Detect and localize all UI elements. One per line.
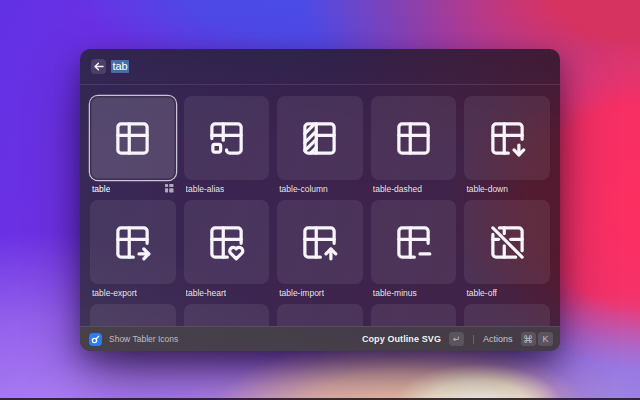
tile-table-minus[interactable] [371, 200, 457, 284]
caption: table-heart [184, 284, 270, 304]
icon-name-label: table-dashed [373, 184, 422, 194]
icon-name-label: table-minus [373, 288, 417, 298]
table-alias-icon [207, 119, 246, 158]
table-dashed-icon [394, 119, 433, 158]
table-import-icon [300, 223, 339, 262]
caption: table-column [277, 180, 363, 200]
tile-table-alias[interactable] [184, 96, 270, 180]
grid-item-partial[interactable] [277, 304, 363, 326]
tile-table-off[interactable] [464, 200, 550, 284]
command-title: Show Tabler Icons [109, 334, 178, 344]
table-export-icon [113, 223, 152, 262]
grid-item-table-export[interactable]: table-export [90, 200, 176, 304]
actions-menu-button[interactable]: Actions [483, 334, 513, 344]
table-off-icon [488, 223, 527, 262]
primary-action-button[interactable]: Copy Outline SVG [362, 334, 441, 344]
tile-partial[interactable] [371, 304, 457, 326]
grid-item-table-minus[interactable]: table-minus [371, 200, 457, 304]
action-bar-right: Copy Outline SVG ↵ Actions ⌘ K [362, 332, 553, 346]
grid-item-table-down[interactable]: table-down [464, 96, 550, 200]
icon-grid: tabletable-aliastable-columntable-dashed… [80, 85, 560, 326]
mini-table-filled-icon [165, 184, 174, 193]
grid-item-partial[interactable] [371, 304, 457, 326]
arrow-left-icon [94, 62, 104, 71]
icon-name-label: table-heart [186, 288, 227, 298]
caption: table-export [90, 284, 176, 304]
icon-name-label: table-down [466, 184, 508, 194]
k-key-hint: K [538, 332, 553, 346]
tile-table-dashed[interactable] [371, 96, 457, 180]
table-down-icon [488, 119, 527, 158]
grid-item-table-column[interactable]: table-column [277, 96, 363, 200]
tile-partial[interactable] [184, 304, 270, 326]
grid-item-table-import[interactable]: table-import [277, 200, 363, 304]
caption: table-dashed [371, 180, 457, 200]
enter-key-hint: ↵ [449, 332, 464, 346]
tile-partial[interactable] [277, 304, 363, 326]
table-icon [113, 119, 152, 158]
grid-item-table[interactable]: table [90, 96, 176, 200]
caption: table-minus [371, 284, 457, 304]
cmd-key-hint: ⌘ [521, 332, 536, 346]
tile-partial[interactable] [90, 304, 176, 326]
grid-item-partial[interactable] [184, 304, 270, 326]
icon-name-label: table-export [92, 288, 137, 298]
caption: table-down [464, 180, 550, 200]
grid-item-partial[interactable] [464, 304, 550, 326]
table-column-icon [300, 119, 339, 158]
icon-name-label: table-off [466, 288, 497, 298]
tile-table-down[interactable] [464, 96, 550, 180]
tabler-icons-logo [89, 333, 102, 346]
tile-partial[interactable] [464, 304, 550, 326]
icon-name-label: table-alias [186, 184, 225, 194]
action-bar: Show Tabler Icons Copy Outline SVG ↵ Act… [80, 326, 560, 351]
tile-table-export[interactable] [90, 200, 176, 284]
grid-item-table-heart[interactable]: table-heart [184, 200, 270, 304]
caption: table [90, 180, 176, 200]
back-button[interactable] [91, 59, 106, 74]
icon-name-label: table-column [279, 184, 328, 194]
grid-item-table-alias[interactable]: table-alias [184, 96, 270, 200]
search-text-selected: tab [111, 60, 129, 73]
tile-table-import[interactable] [277, 200, 363, 284]
caption: table-alias [184, 180, 270, 200]
tile-table-heart[interactable] [184, 200, 270, 284]
table-heart-icon [207, 223, 246, 262]
tile-table[interactable] [90, 96, 176, 180]
icon-name-label: table-import [279, 288, 324, 298]
action-bar-separator [473, 335, 474, 344]
search-input[interactable]: tab [111, 60, 129, 73]
tile-table-column[interactable] [277, 96, 363, 180]
grid-item-table-off[interactable]: table-off [464, 200, 550, 304]
search-header: tab [80, 49, 560, 84]
grid-item-table-dashed[interactable]: table-dashed [371, 96, 457, 200]
grid-item-partial[interactable] [90, 304, 176, 326]
raycast-window: tab tabletable-aliastable-columntable-da… [80, 49, 560, 351]
caption: table-import [277, 284, 363, 304]
table-minus-icon [394, 223, 433, 262]
caption: table-off [464, 284, 550, 304]
icon-name-label: table [92, 184, 110, 194]
